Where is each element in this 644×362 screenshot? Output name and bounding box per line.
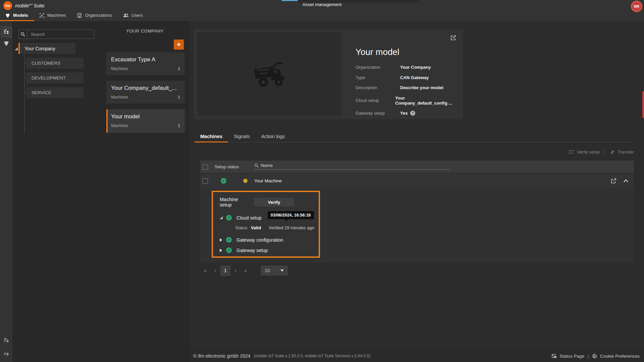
model-card-title: Excavator Type A bbox=[111, 56, 180, 63]
model-card-meta-label: Machines bbox=[111, 95, 128, 100]
next-page-button[interactable]: › bbox=[230, 268, 240, 273]
model-card-title: Your model bbox=[111, 113, 180, 120]
models-icon bbox=[5, 13, 10, 18]
brand: ifm mobileIoTSuite bbox=[3, 1, 45, 10]
expand-item-icon[interactable] bbox=[220, 249, 224, 252]
version-text: (mobile IoT Suite v.1.93.0.0, mobile IoT… bbox=[254, 354, 370, 358]
row-checkbox[interactable] bbox=[203, 178, 208, 184]
collapse-item-icon[interactable] bbox=[220, 216, 224, 219]
machines-grid: Setup status ✓ Your Machine bbox=[200, 161, 634, 262]
tree-node-customers[interactable]: CUSTOMERS bbox=[26, 58, 84, 69]
tree-node-development[interactable]: DEVELOPMENT bbox=[26, 72, 84, 83]
page-size-value: 10 bbox=[265, 268, 270, 273]
cookie-icon bbox=[592, 353, 597, 359]
copyright-text: © ifm electronic gmbh 2024 bbox=[193, 353, 251, 359]
transfer-button[interactable]: Transfer bbox=[609, 149, 634, 155]
name-filter-input[interactable] bbox=[261, 163, 449, 168]
field-value-description: Describe your model bbox=[400, 85, 443, 90]
tree-node-service[interactable]: SERVICE bbox=[26, 87, 84, 98]
machine-row-your-machine[interactable]: ✓ Your Machine bbox=[200, 173, 634, 188]
tab-action-logs[interactable]: Action logs bbox=[256, 132, 291, 142]
model-info: Your model Organization Your Company Typ… bbox=[342, 32, 460, 116]
grid-header-row: Setup status bbox=[200, 161, 634, 173]
machine-setup-highlight-box: Machine setup Verify ✓ Cloud setup Statu… bbox=[212, 191, 320, 258]
footer: © ifm electronic gmbh 2024 (mobile IoT S… bbox=[189, 350, 644, 362]
nav-tab-organizations[interactable]: Organizations bbox=[72, 9, 118, 21]
models-list-panel: YOUR COMPANY + Excavator Type A Machines… bbox=[101, 21, 189, 362]
status-page-link[interactable]: Status Page bbox=[551, 354, 584, 359]
detail-tabs: Machines Signals Action logs bbox=[195, 132, 634, 142]
top-blue-indicator bbox=[282, 0, 298, 1]
product-name-suite: Suite bbox=[34, 3, 45, 8]
setup-item-gateway-setup: ✓ Gateway setup bbox=[220, 247, 319, 253]
page-size-dropdown[interactable]: 10 bbox=[261, 265, 288, 276]
expand-all-icon[interactable] bbox=[1, 349, 12, 360]
verify-setup-button[interactable]: Verify setup bbox=[569, 149, 600, 155]
tree-view-icon[interactable] bbox=[1, 26, 12, 38]
tree-search bbox=[18, 29, 94, 39]
nav-tab-users-label: Users bbox=[131, 13, 143, 18]
search-icon bbox=[254, 163, 259, 168]
user-avatar[interactable]: NR bbox=[631, 1, 642, 12]
product-name-mobile: mobile bbox=[15, 3, 29, 8]
nav-tab-users[interactable]: Users bbox=[118, 9, 149, 21]
setup-status-column-label: Setup status bbox=[215, 164, 239, 169]
help-icon[interactable]: ? bbox=[410, 111, 415, 116]
field-label-gateway-setup: Gateway setup bbox=[356, 111, 400, 116]
grid-toolbar: Verify setup Transfer bbox=[189, 147, 634, 156]
search-icon[interactable] bbox=[19, 30, 27, 39]
add-model-button[interactable]: + bbox=[174, 40, 184, 50]
open-machine-icon[interactable] bbox=[611, 178, 616, 184]
page-title: Asset management bbox=[303, 2, 341, 7]
tree-root-expand-icon[interactable] bbox=[15, 47, 18, 50]
model-card-excavator-type-a[interactable]: Excavator Type A Machines 1 bbox=[106, 52, 185, 75]
ifm-logo-icon[interactable]: ifm bbox=[3, 1, 12, 10]
models-rail-icon[interactable] bbox=[1, 38, 12, 49]
field-value-cloud-setup: Your Company_default_config ... bbox=[395, 96, 455, 106]
field-label-type: Type bbox=[356, 75, 400, 80]
select-all-checkbox[interactable] bbox=[203, 164, 208, 170]
chevron-down-icon bbox=[280, 269, 284, 272]
nav-tab-machines[interactable]: Machines bbox=[34, 9, 72, 21]
first-page-button[interactable]: « bbox=[200, 268, 210, 273]
verify-button[interactable]: Verify bbox=[254, 198, 294, 206]
model-card-meta-value: 1 bbox=[178, 123, 180, 128]
models-list-header: YOUR COMPANY bbox=[101, 28, 189, 34]
tree-node-your-company[interactable]: Your Company bbox=[18, 43, 75, 54]
last-page-button[interactable]: » bbox=[240, 268, 251, 273]
nav-tab-organizations-label: Organizations bbox=[85, 13, 112, 18]
status-page-icon bbox=[551, 354, 557, 359]
nav-tab-models-label: Models bbox=[13, 13, 28, 18]
collapse-all-icon[interactable] bbox=[1, 335, 12, 346]
edit-model-icon[interactable] bbox=[450, 35, 456, 41]
organization-tree-panel: Your Company CUSTOMERS DEVELOPMENT SERVI… bbox=[13, 21, 101, 362]
topbar: ifm mobileIoTSuite Asset management NR bbox=[0, 0, 644, 9]
model-title: Your model bbox=[356, 47, 455, 57]
prev-page-button[interactable]: ‹ bbox=[210, 268, 220, 273]
verify-setup-label: Verify setup bbox=[577, 149, 600, 155]
model-card-your-model[interactable]: Your model Machines 1 bbox=[106, 109, 185, 133]
cookie-preferences-label: Cookie Preferences bbox=[600, 354, 640, 359]
icon-rail bbox=[0, 21, 13, 362]
nav-tab-models[interactable]: Models bbox=[0, 9, 34, 21]
field-value-type: CAN Gateway bbox=[400, 75, 429, 80]
cookie-preferences-link[interactable]: Cookie Preferences bbox=[592, 353, 640, 359]
main-nav: Models Machines Organizations Users bbox=[0, 9, 644, 21]
verify-setup-icon bbox=[569, 149, 574, 155]
tab-signals[interactable]: Signals bbox=[228, 132, 256, 142]
machine-setup-label: Machine setup bbox=[220, 197, 251, 207]
verified-timestamp-tooltip: 03/06/2024, 16:56:16 bbox=[268, 211, 314, 219]
expand-item-icon[interactable] bbox=[220, 238, 224, 242]
model-card-default-config[interactable]: Your Company_default_... Machines 1 bbox=[106, 81, 185, 104]
tab-machines[interactable]: Machines bbox=[195, 132, 228, 142]
tree-search-input[interactable] bbox=[27, 30, 94, 39]
verified-ago-text: Verified 29 minutes ago bbox=[269, 225, 314, 230]
dump-truck-icon bbox=[251, 59, 288, 89]
setup-item-label: Gateway configuration bbox=[236, 237, 283, 243]
check-circle-icon: ✓ bbox=[226, 247, 232, 253]
current-page-button[interactable]: 1 bbox=[220, 265, 230, 276]
model-card-meta-value: 1 bbox=[178, 66, 180, 71]
scrollbar-indicator[interactable] bbox=[642, 91, 644, 118]
collapse-row-icon[interactable] bbox=[623, 179, 629, 183]
cloud-setup-status-row: Status Valid Verified 29 minutes ago bbox=[235, 225, 319, 230]
